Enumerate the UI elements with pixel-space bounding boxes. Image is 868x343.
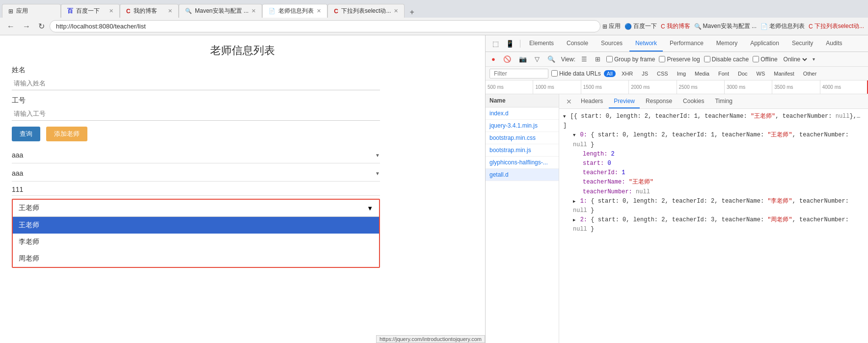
filter-img-btn[interactable]: Img <box>674 70 689 77</box>
main-area: 老师信息列表 姓名 工号 查询 添加老师 aaa ▼ <box>0 35 868 343</box>
dropdown-header[interactable]: 王老师 ▼ <box>13 200 379 217</box>
detail-tab-cookies[interactable]: Cookies <box>678 95 709 108</box>
forward-button[interactable]: → <box>20 21 33 32</box>
tab-sources[interactable]: Sources <box>595 36 628 52</box>
name-field-section: 姓名 <box>12 66 473 90</box>
detail-close-button[interactable]: ✕ <box>563 97 575 106</box>
filter-icon-btn[interactable]: ▽ <box>533 54 542 64</box>
network-item-bootstrap-css[interactable]: bootstrap.min.css <box>486 132 559 144</box>
address-bar[interactable] <box>50 20 600 32</box>
filter-media-btn[interactable]: Media <box>692 70 712 77</box>
select-row-2: aaa ▼ <box>12 165 380 182</box>
clear-button[interactable]: 🚫 <box>501 54 513 64</box>
search-button[interactable]: 🔍 <box>545 54 557 64</box>
disable-cache-input[interactable] <box>704 56 710 62</box>
view-label: View: <box>561 56 575 63</box>
offline-checkbox[interactable]: Offline <box>753 56 777 63</box>
filter-xhr-btn[interactable]: XHR <box>619 70 636 77</box>
select-arrow-1[interactable]: ▼ <box>375 153 380 158</box>
tab-close-teacher[interactable]: ✕ <box>317 8 321 14</box>
network-item-jquery[interactable]: jquery-3.4.1.min.js <box>486 120 559 132</box>
tab-close-baidu[interactable]: ✕ <box>109 8 113 14</box>
devtools-device-icon[interactable]: 📱 <box>503 38 517 50</box>
bookmark-apps[interactable]: ⊞ 应用 <box>602 22 621 30</box>
json-root-toggle[interactable] <box>563 113 567 120</box>
dropdown-option-0[interactable]: 王老师 <box>13 217 379 234</box>
hide-data-urls-input[interactable] <box>551 70 558 77</box>
bookmark-teacher[interactable]: 📄 老师信息列表 <box>760 22 805 30</box>
tab-close-select[interactable]: ✕ <box>394 8 398 14</box>
tab-select[interactable]: C 下拉列表select动... ✕ <box>327 4 405 18</box>
detail-tab-response[interactable]: Response <box>641 95 677 108</box>
filter-ws-btn[interactable]: WS <box>754 70 768 77</box>
devtools-cursor-icon[interactable]: ⬚ <box>489 38 502 50</box>
tab-close-maven[interactable]: ✕ <box>251 8 256 14</box>
tab-application[interactable]: Application <box>744 36 785 52</box>
network-item-index[interactable]: index.d <box>486 107 559 120</box>
select-row-1: aaa ▼ <box>12 147 380 163</box>
filter-manifest-btn[interactable]: Manifest <box>771 70 797 77</box>
tab-security[interactable]: Security <box>786 36 819 52</box>
teacher-icon: 📄 <box>269 8 275 14</box>
tab-apps[interactable]: ⊞ 应用 <box>2 4 61 18</box>
json-item-1-toggle[interactable] <box>573 198 576 205</box>
bookmark-baidu[interactable]: 🔵 百度一下 <box>624 22 657 30</box>
record-button[interactable]: ● <box>489 54 497 64</box>
json-item-2-toggle[interactable] <box>573 216 576 223</box>
throttle-select[interactable]: Online <box>782 55 809 63</box>
dropdown-arrow-icon: ▼ <box>367 205 373 212</box>
reload-button[interactable]: ↻ <box>35 21 48 32</box>
tab-audits[interactable]: Audits <box>820 36 848 52</box>
query-button[interactable]: 查询 <box>12 127 40 141</box>
bookmark-blog[interactable]: C 我的博客 <box>661 22 690 30</box>
filter-font-btn[interactable]: Font <box>715 70 732 77</box>
network-item-glyphicons[interactable]: glyphicons-halflings-... <box>486 157 559 169</box>
hide-data-urls-checkbox[interactable]: Hide data URLs <box>551 70 601 77</box>
dropdown-option-1[interactable]: 李老师 <box>13 234 379 250</box>
network-item-getall[interactable]: getall.d <box>486 169 559 181</box>
detail-tab-preview[interactable]: Preview <box>609 95 640 108</box>
preserve-log-input[interactable] <box>659 56 665 62</box>
bookmark-select[interactable]: C 下拉列表select动... <box>809 22 864 30</box>
detail-tab-timing[interactable]: Timing <box>710 95 737 108</box>
bookmark-maven[interactable]: 🔍 Maven安装与配置 ... <box>694 22 757 30</box>
capture-screenshots-button[interactable]: 📷 <box>517 54 529 64</box>
group-by-frame-input[interactable] <box>606 56 613 62</box>
view-list-icon[interactable]: ☰ <box>579 54 589 64</box>
preserve-log-checkbox[interactable]: Preserve log <box>659 56 700 63</box>
view-grid-icon[interactable]: ⊞ <box>593 54 602 64</box>
new-tab-button[interactable]: + <box>407 7 417 18</box>
tab-teacher-list[interactable]: 📄 老师信息列表 ✕ <box>262 4 327 18</box>
tab-elements[interactable]: Elements <box>523 36 560 52</box>
select-arrow-2[interactable]: ▼ <box>375 171 380 176</box>
filter-js-btn[interactable]: JS <box>639 70 651 77</box>
page-title: 老师信息列表 <box>12 43 473 58</box>
network-item-bootstrap-js[interactable]: bootstrap.min.js <box>486 144 559 157</box>
id-input[interactable] <box>12 107 380 121</box>
add-teacher-button[interactable]: 添加老师 <box>46 127 87 141</box>
dropdown-option-2[interactable]: 周老师 <box>13 250 379 267</box>
filter-doc-btn[interactable]: Doc <box>735 70 751 77</box>
filter-input[interactable] <box>489 69 548 79</box>
name-input[interactable] <box>12 77 380 90</box>
filter-css-btn[interactable]: CSS <box>654 70 671 77</box>
filter-other-btn[interactable]: Other <box>800 70 820 77</box>
tab-baidu[interactable]: 百 百度一下 ✕ <box>61 4 120 18</box>
name-label: 姓名 <box>12 66 473 75</box>
timeline-mark-2500: 2500 ms <box>677 80 725 94</box>
back-button[interactable]: ← <box>4 21 18 32</box>
tab-memory[interactable]: Memory <box>710 36 743 52</box>
offline-input[interactable] <box>753 56 759 62</box>
tab-blog[interactable]: C 我的博客 ✕ <box>120 4 179 18</box>
tab-close-blog[interactable]: ✕ <box>168 8 172 14</box>
select-value-2: aaa <box>12 169 375 177</box>
tab-performance[interactable]: Performance <box>664 36 709 52</box>
tab-console[interactable]: Console <box>561 36 594 52</box>
group-by-frame-checkbox[interactable]: Group by frame <box>606 56 655 63</box>
tab-network[interactable]: Network <box>629 36 663 52</box>
filter-all-btn[interactable]: All <box>604 70 616 77</box>
detail-tab-headers[interactable]: Headers <box>576 95 608 108</box>
tab-maven[interactable]: 🔍 Maven安装与配置 ... ✕ <box>179 4 262 18</box>
json-item-0-toggle[interactable] <box>573 132 576 138</box>
disable-cache-checkbox[interactable]: Disable cache <box>704 56 749 63</box>
